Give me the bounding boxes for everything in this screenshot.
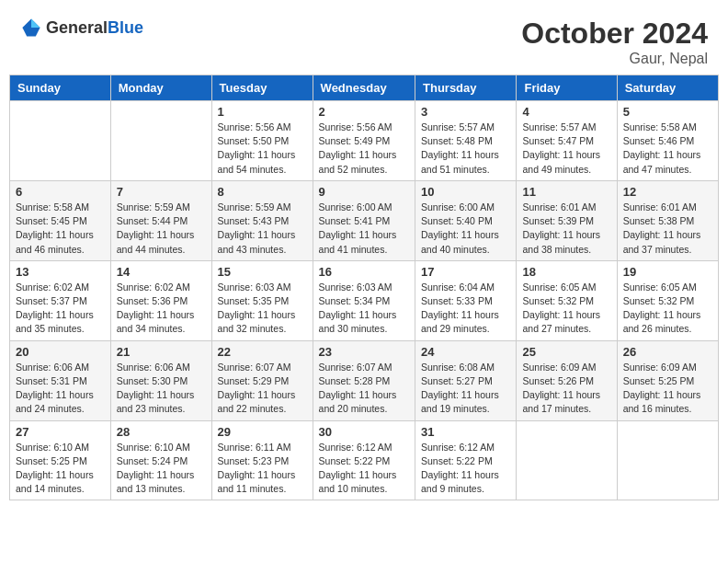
day-number: 4 [522, 105, 610, 119]
logo-general-text: GeneralBlue [46, 18, 143, 38]
weekday-header-row: SundayMondayTuesdayWednesdayThursdayFrid… [10, 75, 719, 101]
daylight-label: Daylight: 11 hours and 9 minutes. [421, 469, 499, 494]
sunrise-label: Sunrise: 6:09 AM [522, 362, 596, 373]
calendar-day-cell: 23 Sunrise: 6:07 AM Sunset: 5:28 PM Dayl… [313, 340, 415, 420]
sunrise-label: Sunrise: 6:00 AM [421, 201, 495, 213]
day-info: Sunrise: 5:58 AM Sunset: 5:46 PM Dayligh… [623, 121, 712, 177]
day-info: Sunrise: 6:10 AM Sunset: 5:24 PM Dayligh… [117, 441, 206, 497]
calendar-day-cell: 20 Sunrise: 6:06 AM Sunset: 5:31 PM Dayl… [10, 340, 111, 420]
calendar-week-row: 13 Sunrise: 6:02 AM Sunset: 5:37 PM Dayl… [10, 260, 719, 340]
day-number: 2 [319, 105, 409, 119]
daylight-label: Daylight: 11 hours and 13 minutes. [117, 469, 195, 494]
day-number: 14 [117, 265, 206, 279]
day-info: Sunrise: 6:05 AM Sunset: 5:32 PM Dayligh… [522, 281, 610, 337]
sunrise-label: Sunrise: 6:03 AM [218, 282, 291, 293]
calendar-day-cell: 29 Sunrise: 6:11 AM Sunset: 5:23 PM Dayl… [211, 420, 313, 500]
sunrise-label: Sunrise: 5:56 AM [218, 121, 291, 132]
day-info: Sunrise: 5:59 AM Sunset: 5:43 PM Dayligh… [218, 201, 307, 257]
calendar-day-cell: 8 Sunrise: 5:59 AM Sunset: 5:43 PM Dayli… [211, 180, 313, 260]
day-info: Sunrise: 6:10 AM Sunset: 5:25 PM Dayligh… [16, 441, 105, 497]
sunrise-label: Sunrise: 5:57 AM [522, 121, 596, 132]
day-number: 18 [522, 265, 610, 279]
sunset-label: Sunset: 5:24 PM [117, 455, 188, 466]
calendar-day-cell: 16 Sunrise: 6:03 AM Sunset: 5:34 PM Dayl… [313, 260, 415, 340]
calendar-day-cell [10, 101, 111, 181]
calendar-week-row: 1 Sunrise: 5:56 AM Sunset: 5:50 PM Dayli… [10, 101, 719, 181]
sunrise-label: Sunrise: 6:02 AM [117, 282, 190, 293]
day-info: Sunrise: 6:00 AM Sunset: 5:40 PM Dayligh… [421, 201, 510, 257]
day-number: 3 [421, 105, 510, 119]
daylight-label: Daylight: 11 hours and 34 minutes. [117, 309, 195, 334]
day-number: 26 [623, 345, 712, 359]
sunset-label: Sunset: 5:32 PM [623, 295, 695, 306]
sunset-label: Sunset: 5:43 PM [218, 215, 290, 226]
sunrise-label: Sunrise: 6:06 AM [117, 362, 190, 373]
day-info: Sunrise: 6:04 AM Sunset: 5:33 PM Dayligh… [421, 281, 510, 337]
daylight-label: Daylight: 11 hours and 26 minutes. [623, 309, 701, 334]
sunset-label: Sunset: 5:23 PM [218, 455, 290, 466]
sunset-label: Sunset: 5:32 PM [522, 295, 594, 306]
daylight-label: Daylight: 11 hours and 24 minutes. [16, 389, 94, 414]
sunset-label: Sunset: 5:34 PM [319, 295, 391, 306]
weekday-header-cell: Wednesday [313, 75, 415, 101]
sunrise-label: Sunrise: 5:59 AM [218, 201, 291, 213]
sunset-label: Sunset: 5:33 PM [421, 295, 493, 306]
month-title: October 2024 [521, 17, 708, 51]
daylight-label: Daylight: 11 hours and 19 minutes. [421, 389, 499, 414]
daylight-label: Daylight: 11 hours and 17 minutes. [522, 389, 600, 414]
daylight-label: Daylight: 11 hours and 49 minutes. [522, 149, 600, 174]
day-number: 7 [117, 185, 206, 199]
day-info: Sunrise: 5:59 AM Sunset: 5:44 PM Dayligh… [117, 201, 206, 257]
sunset-label: Sunset: 5:25 PM [623, 375, 695, 386]
daylight-label: Daylight: 11 hours and 14 minutes. [16, 469, 94, 494]
sunset-label: Sunset: 5:35 PM [218, 295, 290, 306]
sunrise-label: Sunrise: 6:07 AM [319, 362, 392, 373]
calendar-day-cell: 11 Sunrise: 6:01 AM Sunset: 5:39 PM Dayl… [517, 180, 617, 260]
calendar-day-cell: 10 Sunrise: 6:00 AM Sunset: 5:40 PM Dayl… [415, 180, 517, 260]
day-info: Sunrise: 5:56 AM Sunset: 5:50 PM Dayligh… [218, 121, 307, 177]
calendar-body: 1 Sunrise: 5:56 AM Sunset: 5:50 PM Dayli… [10, 101, 719, 500]
svg-marker-1 [31, 18, 40, 28]
calendar-day-cell [517, 420, 617, 500]
daylight-label: Daylight: 11 hours and 43 minutes. [218, 229, 296, 254]
day-number: 9 [319, 185, 409, 199]
day-info: Sunrise: 6:07 AM Sunset: 5:29 PM Dayligh… [218, 361, 307, 417]
location-title: Gaur, Nepal [521, 51, 708, 67]
day-number: 22 [218, 345, 307, 359]
sunset-label: Sunset: 5:38 PM [623, 215, 695, 226]
day-info: Sunrise: 6:01 AM Sunset: 5:38 PM Dayligh… [623, 201, 712, 257]
calendar-day-cell: 13 Sunrise: 6:02 AM Sunset: 5:37 PM Dayl… [10, 260, 111, 340]
day-info: Sunrise: 6:01 AM Sunset: 5:39 PM Dayligh… [522, 201, 610, 257]
daylight-label: Daylight: 11 hours and 47 minutes. [623, 149, 701, 174]
calendar-day-cell: 17 Sunrise: 6:04 AM Sunset: 5:33 PM Dayl… [415, 260, 517, 340]
daylight-label: Daylight: 11 hours and 51 minutes. [421, 149, 499, 174]
day-number: 30 [319, 425, 409, 439]
calendar-day-cell [617, 420, 718, 500]
sunset-label: Sunset: 5:26 PM [522, 375, 594, 386]
calendar-day-cell: 5 Sunrise: 5:58 AM Sunset: 5:46 PM Dayli… [617, 101, 718, 181]
sunset-label: Sunset: 5:49 PM [319, 135, 391, 146]
day-info: Sunrise: 5:58 AM Sunset: 5:45 PM Dayligh… [16, 201, 105, 257]
sunrise-label: Sunrise: 6:02 AM [16, 282, 89, 293]
daylight-label: Daylight: 11 hours and 40 minutes. [421, 229, 499, 254]
day-number: 5 [623, 105, 712, 119]
sunset-label: Sunset: 5:47 PM [522, 135, 594, 146]
calendar-day-cell: 12 Sunrise: 6:01 AM Sunset: 5:38 PM Dayl… [617, 180, 718, 260]
calendar-day-cell: 14 Sunrise: 6:02 AM Sunset: 5:36 PM Dayl… [110, 260, 211, 340]
sunset-label: Sunset: 5:50 PM [218, 135, 290, 146]
sunset-label: Sunset: 5:36 PM [117, 295, 188, 306]
day-number: 11 [522, 185, 610, 199]
daylight-label: Daylight: 11 hours and 52 minutes. [319, 149, 397, 174]
sunrise-label: Sunrise: 6:10 AM [117, 442, 190, 453]
day-number: 6 [16, 185, 105, 199]
weekday-header-cell: Sunday [10, 75, 111, 101]
sunrise-label: Sunrise: 6:01 AM [623, 201, 697, 213]
daylight-label: Daylight: 11 hours and 46 minutes. [16, 229, 94, 254]
day-number: 20 [16, 345, 105, 359]
sunrise-label: Sunrise: 6:01 AM [522, 201, 596, 213]
sunrise-label: Sunrise: 6:12 AM [319, 442, 392, 453]
weekday-header-cell: Monday [110, 75, 211, 101]
calendar-day-cell [110, 101, 211, 181]
day-info: Sunrise: 5:57 AM Sunset: 5:47 PM Dayligh… [522, 121, 610, 177]
calendar-day-cell: 2 Sunrise: 5:56 AM Sunset: 5:49 PM Dayli… [313, 101, 415, 181]
